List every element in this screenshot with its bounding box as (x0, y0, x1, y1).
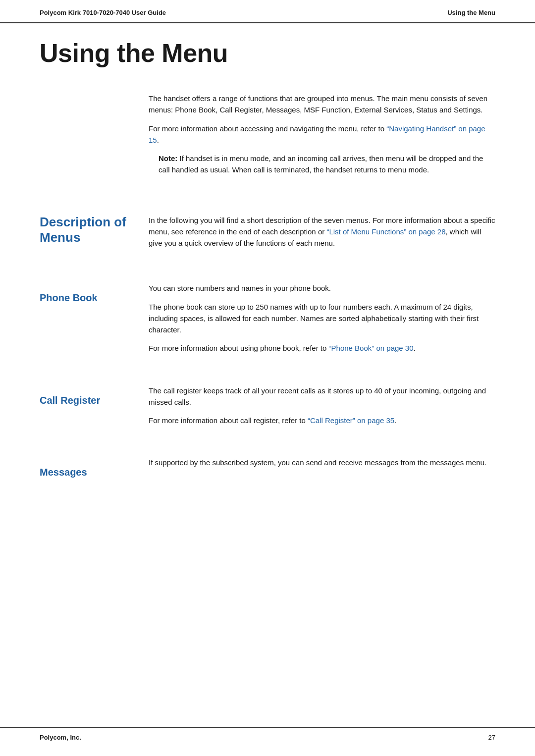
phone-book-link[interactable]: “Phone Book” on page 30 (329, 344, 414, 352)
intro-section: The handset offers a range of functions … (40, 93, 495, 185)
phone-book-para3-end: . (414, 344, 416, 352)
messages-para1: If supported by the subscribed system, y… (149, 457, 495, 468)
desc-menus-heading-col: Description of Menus (40, 215, 149, 256)
phone-book-para2: The phone book can store up to 250 names… (149, 301, 495, 336)
call-register-para2: For more information about call register… (149, 415, 495, 426)
footer-company: Polycom, Inc. (40, 734, 81, 741)
desc-menus-para1: In the following you will find a short d… (149, 215, 495, 249)
desc-menus-intro-col: In the following you will find a short d… (149, 215, 495, 256)
header-title-right: Using the Menu (447, 9, 495, 16)
page-header: Polycom Kirk 7010-7020-7040 User Guide U… (0, 0, 535, 23)
messages-section: Messages If supported by the subscribed … (40, 457, 495, 478)
note-label: Note: (159, 154, 177, 162)
main-content: Using the Menu The handset offers a rang… (0, 38, 535, 517)
footer-page-number: 27 (488, 734, 495, 741)
call-register-heading-col: Call Register (40, 385, 149, 433)
intro-para2-text: For more information about accessing and… (149, 124, 386, 133)
phone-book-heading: Phone Book (40, 287, 149, 304)
phone-book-heading-col: Phone Book (40, 282, 149, 361)
call-register-para1: The call register keeps track of all you… (149, 385, 495, 408)
call-register-link[interactable]: “Call Register” on page 35 (308, 416, 394, 425)
call-register-content: The call register keeps track of all you… (149, 385, 495, 433)
phone-book-section: Phone Book You can store numbers and nam… (40, 282, 495, 361)
phone-book-para3-prefix: For more information about using phone b… (149, 344, 329, 352)
phone-book-content: You can store numbers and names in your … (149, 282, 495, 361)
messages-heading-col: Messages (40, 457, 149, 478)
note-block: Note: If handset is in menu mode, and an… (149, 153, 495, 176)
intro-right-content: The handset offers a range of functions … (149, 93, 495, 185)
messages-content: If supported by the subscribed system, y… (149, 457, 495, 478)
intro-para2-end: . (157, 136, 159, 144)
list-menu-functions-link[interactable]: “List of Menu Functions” on page 28 (326, 227, 445, 236)
call-register-para2-prefix: For more information about call register… (149, 416, 308, 425)
intro-para2: For more information about accessing and… (149, 123, 495, 146)
intro-left-spacer (40, 93, 149, 185)
header-title-left: Polycom Kirk 7010-7020-7040 User Guide (40, 9, 166, 16)
page-footer: Polycom, Inc. 27 (0, 727, 535, 741)
messages-heading: Messages (40, 462, 149, 478)
phone-book-para3: For more information about using phone b… (149, 342, 495, 354)
desc-menus-section: Description of Menus In the following yo… (40, 215, 495, 256)
desc-menus-heading: Description of Menus (40, 215, 149, 245)
intro-para1: The handset offers a range of functions … (149, 93, 495, 116)
call-register-para2-end: . (394, 416, 396, 425)
page-title: Using the Menu (40, 38, 495, 68)
call-register-section: Call Register The call register keeps tr… (40, 385, 495, 433)
note-text: If handset is in menu mode, and an incom… (159, 154, 483, 174)
phone-book-para1: You can store numbers and names in your … (149, 282, 495, 294)
call-register-heading: Call Register (40, 390, 149, 406)
